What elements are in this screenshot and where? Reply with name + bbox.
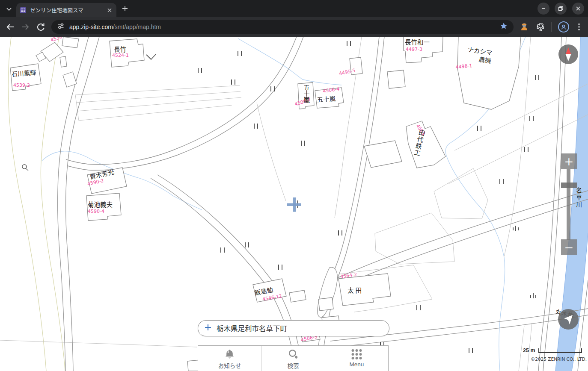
bottom-navigation: お知らせ 検索 Menu	[198, 345, 389, 371]
search-address-text: 栃木県足利市名草下町	[217, 323, 287, 333]
tab-title: ゼンリン住宅地図スマー	[30, 6, 98, 14]
map-label: 長竹和一	[405, 39, 430, 46]
spring-map-symbol	[22, 165, 27, 169]
nav-item-menu[interactable]: Menu	[325, 346, 388, 371]
parcel-number: 4539-2	[13, 82, 30, 88]
url-path: /smt/app/map.htm	[113, 24, 161, 30]
zoom-slider-handle[interactable]	[561, 183, 577, 188]
grid-menu-icon	[351, 349, 362, 360]
zoom-in-button[interactable]: +	[561, 153, 577, 169]
extensions-puzzle-icon[interactable]	[535, 22, 546, 32]
nav-item-search[interactable]: 検索	[261, 346, 324, 371]
zoom-out-button[interactable]: −	[561, 239, 577, 255]
scale-bar	[538, 347, 582, 354]
parcel-number: 4590-4	[88, 209, 104, 214]
nav-label-search: 検索	[287, 361, 299, 370]
zoom-slider-track[interactable]	[567, 169, 570, 240]
site-info-icon[interactable]	[56, 22, 65, 32]
tab-close-icon[interactable]	[106, 7, 113, 14]
compass-control[interactable]	[558, 44, 578, 64]
map-canvas[interactable]: 4530 4524-1 4539-2 4495-5 4506-7 4506-4 …	[0, 37, 588, 371]
nav-item-notifications[interactable]: お知らせ	[198, 346, 261, 371]
map-label: 五十嵐	[317, 95, 336, 103]
url-text: app.zip-site.com/smt/app/map.htm	[69, 24, 161, 30]
map-label: 五十嵐	[302, 84, 311, 103]
current-location-button[interactable]	[558, 309, 579, 330]
map-scale: 25 m	[523, 347, 582, 354]
new-tab-button[interactable]	[121, 4, 129, 13]
address-bar[interactable]: app.zip-site.com/smt/app/map.htm	[51, 20, 514, 34]
url-host: app.zip-site.com	[69, 24, 113, 30]
nav-label-menu: Menu	[349, 361, 364, 368]
map-label: 太田	[347, 287, 363, 294]
compass-needle-north	[566, 47, 571, 54]
back-button[interactable]	[5, 22, 15, 32]
extension-orange-character-icon[interactable]	[519, 22, 529, 32]
window-maximize-button[interactable]	[555, 3, 567, 15]
browser-window: ゼンリン住宅地図スマー	[0, 0, 588, 371]
river-name-label: 名草川	[574, 187, 583, 209]
scale-label: 25 m	[523, 347, 535, 353]
bell-icon	[224, 349, 235, 360]
parcel-number: 4497-3	[406, 47, 422, 52]
window-close-button[interactable]	[572, 3, 584, 15]
window-minimize-button[interactable]	[538, 3, 549, 15]
navigation-arrow-icon	[564, 315, 573, 324]
forward-button[interactable]	[20, 22, 30, 32]
active-tab[interactable]: ゼンリン住宅地図スマー	[16, 3, 116, 17]
search-icon	[287, 349, 299, 360]
map-crosshair-icon	[287, 197, 301, 212]
map-label: 菊池義夫	[88, 201, 113, 208]
address-search-bar[interactable]: 栃木県足利市名草下町	[198, 320, 389, 336]
map-label: 長竹	[114, 46, 126, 53]
plus-icon	[204, 324, 212, 333]
parcel-number: 4524-1	[112, 53, 129, 58]
parcel-number: 4495-5	[339, 68, 356, 77]
parcel-number: 4530	[50, 37, 63, 43]
copyright-text: ©2025 ZENRIN CO., LTD.	[531, 356, 587, 362]
browser-menu-kebab-icon[interactable]	[574, 22, 584, 32]
bookmark-star-icon[interactable]	[499, 21, 508, 32]
tab-bar: ゼンリン住宅地図スマー	[0, 0, 588, 17]
browser-toolbar: app.zip-site.com/smt/app/map.htm	[0, 17, 588, 37]
tab-search-chevron-icon[interactable]	[4, 4, 14, 14]
site-favicon-icon	[20, 7, 27, 14]
chevron-map-symbol	[146, 54, 156, 59]
profile-avatar[interactable]	[558, 21, 569, 32]
nav-label-notifications: お知らせ	[218, 361, 241, 370]
toolbar-separator	[551, 22, 552, 32]
reload-button[interactable]	[36, 22, 46, 32]
